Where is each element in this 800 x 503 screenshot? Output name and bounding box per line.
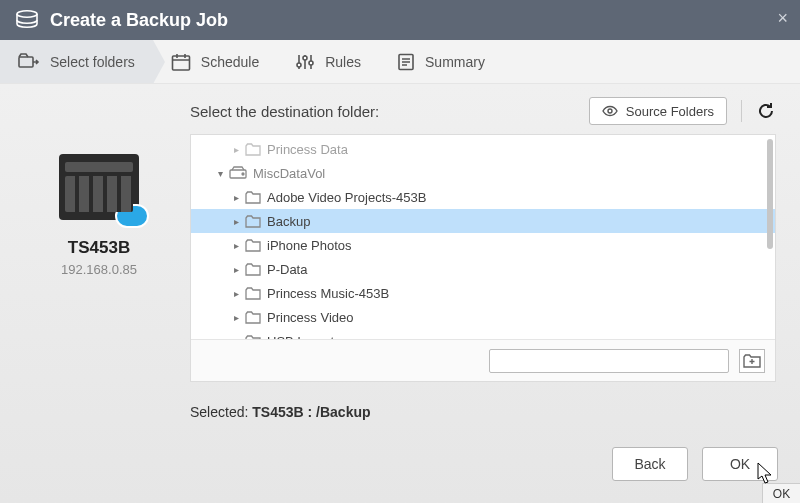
svg-point-4 (303, 56, 307, 60)
folder-icon (245, 191, 261, 204)
caret-right-icon (231, 288, 241, 299)
step-rules[interactable]: Rules (277, 40, 379, 83)
tree-row-label: Princess Video (267, 310, 353, 325)
step-label: Select folders (50, 54, 135, 70)
caret-right-icon (231, 216, 241, 227)
tree-row[interactable]: Princess Music-453B (191, 281, 775, 305)
selected-path-line: Selected: TS453B : /Backup (190, 404, 776, 420)
device-ip: 192.168.0.85 (61, 262, 137, 277)
tree-row-partial[interactable]: Princess Data (191, 137, 775, 161)
close-icon[interactable]: × (777, 8, 788, 29)
path-input[interactable] (489, 349, 729, 373)
selected-folder: /Backup (316, 404, 370, 420)
divider (741, 100, 742, 122)
tree-row-label: Princess Data (267, 142, 348, 157)
tree-row[interactable]: iPhone Photos (191, 233, 775, 257)
cloud-badge-icon (115, 204, 149, 228)
wizard-steps: Select folders Schedule Rules Summary (0, 40, 800, 84)
tree-row[interactable]: Backup (191, 209, 775, 233)
caret-right-icon (231, 192, 241, 203)
step-select-folders[interactable]: Select folders (0, 40, 153, 83)
step-label: Schedule (201, 54, 259, 70)
eye-icon (602, 105, 618, 117)
backup-job-icon (14, 9, 40, 31)
step-schedule[interactable]: Schedule (153, 40, 277, 83)
tree-row-label: P-Data (267, 262, 307, 277)
wizard-buttons: Back OK (612, 447, 778, 481)
caret-right-icon (231, 240, 241, 251)
folder-icon (245, 335, 261, 340)
summary-icon (397, 53, 415, 71)
selected-prefix: Selected: (190, 404, 252, 420)
tree-row-label: MiscDataVol (253, 166, 325, 181)
caret-right-icon (231, 336, 241, 340)
tree-row-label: Princess Music-453B (267, 286, 389, 301)
selected-device: TS453B : (252, 404, 316, 420)
window-title: Create a Backup Job (50, 10, 228, 31)
svg-rect-2 (172, 56, 189, 70)
svg-rect-1 (19, 57, 33, 67)
svg-point-9 (242, 173, 244, 175)
folder-icon (245, 239, 261, 252)
svg-point-3 (297, 63, 301, 67)
folder-icon (245, 143, 261, 156)
tree-row[interactable]: P-Data (191, 257, 775, 281)
caret-right-icon (231, 312, 241, 323)
tree-row-label: Adobe Video Projects-453B (267, 190, 426, 205)
caret-down-icon (215, 168, 225, 179)
button-label: Source Folders (626, 104, 714, 119)
tree-row-volume[interactable]: MiscDataVol (191, 161, 775, 185)
select-folders-icon (18, 53, 40, 71)
folder-tree-panel: Princess Data MiscDataVol Adobe Video Pr… (190, 134, 776, 382)
device-name: TS453B (68, 238, 130, 258)
tree-row-label: Backup (267, 214, 310, 229)
new-folder-button[interactable] (739, 349, 765, 373)
step-label: Summary (425, 54, 485, 70)
tree-row-label: USB Import (267, 334, 334, 340)
drive-icon (229, 166, 247, 180)
tree-footer (191, 339, 775, 381)
folder-icon (245, 311, 261, 324)
ok-button[interactable]: OK (702, 447, 778, 481)
folder-icon (245, 215, 261, 228)
svg-point-0 (17, 11, 37, 17)
folder-icon (245, 287, 261, 300)
panel-title: Select the destination folder: (190, 103, 379, 120)
folder-icon (245, 263, 261, 276)
calendar-icon (171, 53, 191, 71)
svg-point-7 (608, 109, 612, 113)
caret-right-icon (231, 264, 241, 275)
step-summary[interactable]: Summary (379, 40, 503, 83)
device-panel: TS453B 192.168.0.85 (24, 94, 174, 464)
back-button[interactable]: Back (612, 447, 688, 481)
step-label: Rules (325, 54, 361, 70)
titlebar: Create a Backup Job × (0, 0, 800, 40)
tree-row-label: iPhone Photos (267, 238, 352, 253)
tree-row[interactable]: Princess Video (191, 305, 775, 329)
tree-row[interactable]: Adobe Video Projects-453B (191, 185, 775, 209)
sliders-icon (295, 53, 315, 71)
source-folders-button[interactable]: Source Folders (589, 97, 727, 125)
nas-device-icon (59, 154, 139, 220)
tree-row[interactable]: USB Import (191, 329, 775, 339)
caret-right-icon (231, 144, 241, 155)
external-ok-tab[interactable]: OK (762, 483, 800, 503)
refresh-button[interactable] (756, 101, 776, 121)
svg-point-5 (309, 61, 313, 65)
scrollbar-thumb[interactable] (767, 139, 773, 249)
